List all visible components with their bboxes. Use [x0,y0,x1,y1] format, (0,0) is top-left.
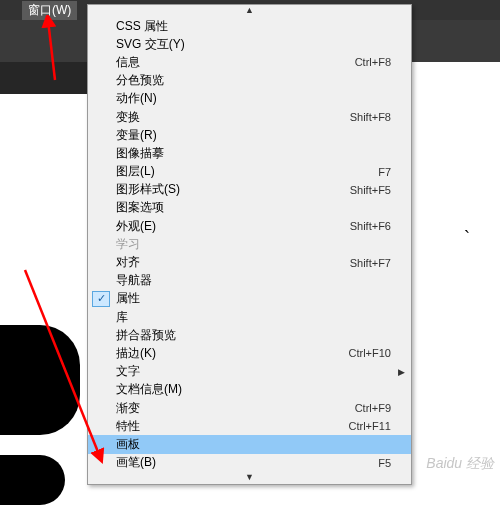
menu-item-2[interactable]: 信息Ctrl+F8 [88,53,411,71]
menu-item-label: 画笔(B) [116,454,378,471]
menu-item-9[interactable]: 图形样式(S)Shift+F5 [88,181,411,199]
menu-item-label: 对齐 [116,254,350,271]
window-dropdown-menu: ▲ CSS 属性SVG 交互(Y)信息Ctrl+F8分色预览动作(N)变换Shi… [87,4,412,485]
menu-item-label: 分色预览 [116,72,391,89]
menu-item-19[interactable]: 文字▶ [88,363,411,381]
menu-item-8[interactable]: 图层(L)F7 [88,163,411,181]
window-menu-button[interactable]: 窗口(W) [22,1,77,20]
menu-item-label: 变量(R) [116,127,391,144]
menu-item-shortcut: Ctrl+F9 [355,402,391,414]
menu-item-15[interactable]: ✓属性 [88,290,411,308]
menu-item-label: 拼合器预览 [116,327,391,344]
menu-item-22[interactable]: 特性Ctrl+F11 [88,417,411,435]
dark-strip [0,62,87,94]
menu-item-21[interactable]: 渐变Ctrl+F9 [88,399,411,417]
menu-item-18[interactable]: 描边(K)Ctrl+F10 [88,344,411,362]
menu-item-label: CSS 属性 [116,18,391,35]
menu-item-16[interactable]: 库 [88,308,411,326]
canvas-ink-blob-2 [0,455,65,505]
menu-item-label: 文字 [116,363,391,380]
menu-item-14[interactable]: 导航器 [88,272,411,290]
menu-item-17[interactable]: 拼合器预览 [88,326,411,344]
menu-item-0[interactable]: CSS 属性 [88,17,411,35]
menu-item-label: 文档信息(M) [116,381,391,398]
menu-item-4[interactable]: 动作(N) [88,90,411,108]
menu-item-label: 属性 [116,290,391,307]
menu-item-5[interactable]: 变换Shift+F8 [88,108,411,126]
menu-item-shortcut: Ctrl+F10 [349,347,392,359]
menu-item-13[interactable]: 对齐Shift+F7 [88,253,411,271]
menu-item-label: 图像描摹 [116,145,391,162]
menu-item-7[interactable]: 图像描摹 [88,144,411,162]
submenu-arrow-icon: ▶ [398,367,405,377]
menu-item-label: 信息 [116,54,355,71]
menu-item-label: 外观(E) [116,218,350,235]
menu-item-shortcut: Shift+F7 [350,257,391,269]
menu-item-label: 画板 [116,436,391,453]
canvas-ink-blob [0,325,80,435]
menu-item-label: 导航器 [116,272,391,289]
menu-item-11[interactable]: 外观(E)Shift+F6 [88,217,411,235]
watermark: Baidu 经验 [426,455,494,473]
menu-item-24[interactable]: 画笔(B)F5 [88,454,411,472]
menu-item-shortcut: Shift+F5 [350,184,391,196]
menu-item-12: 学习 [88,235,411,253]
menu-item-shortcut: Ctrl+F8 [355,56,391,68]
menu-item-label: 动作(N) [116,90,391,107]
menu-item-1[interactable]: SVG 交互(Y) [88,35,411,53]
menu-scroll-up-icon[interactable]: ▲ [88,5,411,17]
menu-item-shortcut: F5 [378,457,391,469]
menu-item-3[interactable]: 分色预览 [88,72,411,90]
menu-item-label: 库 [116,309,391,326]
menu-item-shortcut: Shift+F8 [350,111,391,123]
menu-item-shortcut: Ctrl+F11 [349,420,392,432]
menu-item-label: 图层(L) [116,163,378,180]
menu-item-23[interactable]: 画板 [88,435,411,453]
menu-item-label: 变换 [116,109,350,126]
check-icon: ✓ [92,291,110,307]
menu-item-label: 图案选项 [116,199,391,216]
menu-item-label: 图形样式(S) [116,181,350,198]
menu-item-shortcut: Shift+F6 [350,220,391,232]
menu-item-label: 特性 [116,418,349,435]
menu-item-label: 描边(K) [116,345,349,362]
menu-item-label: 渐变 [116,400,355,417]
menu-item-10[interactable]: 图案选项 [88,199,411,217]
stray-mark: ` [464,228,470,249]
menu-item-label: SVG 交互(Y) [116,36,391,53]
menu-item-6[interactable]: 变量(R) [88,126,411,144]
menu-item-20[interactable]: 文档信息(M) [88,381,411,399]
menu-item-label: 学习 [116,236,391,253]
menu-scroll-down-icon[interactable]: ▼ [88,472,411,484]
menu-item-shortcut: F7 [378,166,391,178]
